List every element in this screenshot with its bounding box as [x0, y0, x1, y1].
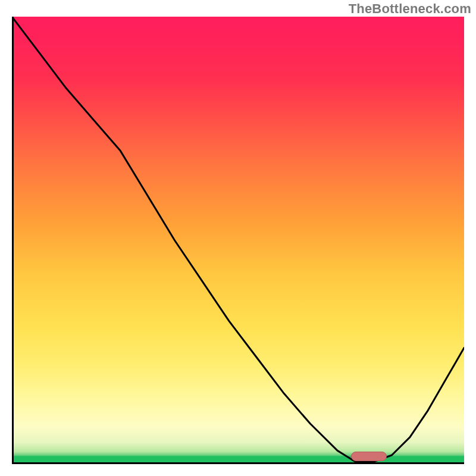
chart-container: TheBottleneck.com [0, 0, 476, 476]
plot-area [12, 17, 464, 464]
axes [12, 17, 464, 464]
watermark-text: TheBottleneck.com [349, 1, 471, 17]
optimal-zone-marker [351, 452, 387, 461]
